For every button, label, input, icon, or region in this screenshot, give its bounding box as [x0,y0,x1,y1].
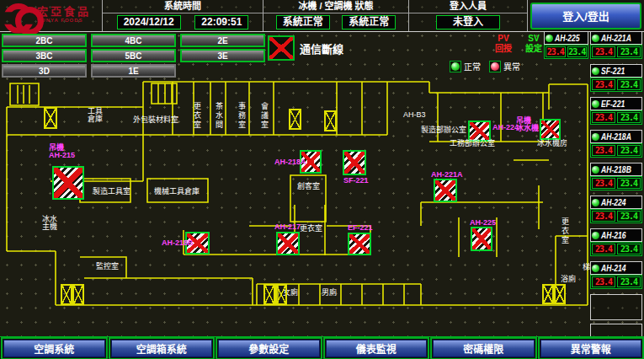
unit-AH-218A[interactable]: AH-218A23.423.4 [590,130,642,158]
led-legend: 正常 異常 [450,60,520,72]
nav-segment: 密碼權限 [430,337,537,359]
system-time-value: 22:09:51 [194,15,248,29]
unit-name: SF-221 [601,67,625,76]
floor-buttons: 2BC4BC2E3BC5BC3E3D1E [2,34,265,78]
unit-name: EF-221 [601,99,625,109]
nav-button-空調箱系統[interactable]: 空調箱系統 [111,340,213,357]
status-led [592,100,599,108]
ahu-comm-loss-SF-221[interactable] [343,150,366,175]
unit-name: AH-224 [601,198,626,207]
unit-sv-value: 23.4 [617,178,641,189]
ahu-comm-loss-AH-225[interactable] [471,227,492,251]
stair-cell [72,284,84,305]
nav-button-參數設定[interactable]: 參數設定 [218,340,320,357]
status-led [592,232,599,239]
unit-AH-221A[interactable]: AH-221A23.423.4 [590,31,642,59]
floor-button-3D[interactable]: 3D [2,64,87,78]
room-label: AH-B3 [403,111,426,119]
status-led [592,166,599,174]
nav-button-密碼權限[interactable]: 密碼權限 [433,340,535,357]
ahu-comm-loss-吊機-AH-215[interactable] [52,166,84,200]
unit-sv-value: 23.4 [617,276,641,287]
unit-name-row: AH-216 [590,228,642,242]
unit-name: AH-218B [601,165,631,174]
unit-pv-value: 23.4 [592,211,615,222]
floor-button-3E[interactable]: 3E [180,49,265,62]
stair-cell [289,109,301,130]
room-label: 更衣室 [561,217,568,245]
ahu-label: 吊機 冰水機 [516,117,539,132]
status-led [592,35,599,42]
status-led [592,265,599,272]
stair-icon [289,109,301,130]
unit-values: 23.423.4 [590,242,642,256]
unit-featured[interactable]: AH-225 23.4 23.4 [544,31,588,59]
ahu-comm-loss-EF-221[interactable] [348,233,371,255]
nav-segment: 儀表監視 [323,337,430,359]
stair-cell [542,284,554,304]
status-led [546,35,553,42]
room-label: 浴廁 [561,276,576,283]
floor-button-4BC[interactable]: 4BC [91,34,176,47]
floor-button-5BC[interactable]: 5BC [91,49,176,62]
unit-sv-value: 23.4 [617,145,641,156]
ahu-label: AH-221A [431,171,463,179]
unit-AH-218B[interactable]: AH-218B23.423.4 [590,163,642,190]
nav-button-空調系統[interactable]: 空調系統 [3,340,105,357]
status-led [592,67,599,75]
stair-cell [61,284,72,305]
unit-SF-221[interactable]: SF-22123.423.4 [590,64,642,92]
floor-button-2E[interactable]: 2E [180,34,265,47]
unit-name: AH-225 [555,34,580,43]
ahu-label: 吊機 AH-215 [49,144,75,159]
room-label: 工具 倉庫 [88,108,103,123]
ahu-comm-loss-吊機-冰水機[interactable] [540,119,561,140]
room-label: 冰水機房 [537,140,567,147]
abnormal-led-icon [489,61,501,72]
unit-name-row: AH-218A [590,130,642,143]
room-label: 更衣室 [300,225,322,233]
stair-cell [263,284,275,305]
unit-sv-value: 23.4 [617,79,641,90]
ahu-comm-loss-AH-221A[interactable] [434,179,457,202]
unit-pv-value: 23.4 [592,145,615,156]
pv-label: PV [488,34,519,44]
unit-EF-221[interactable]: EF-22123.423.4 [590,97,642,125]
unit-name-row: SF-221 [590,64,642,78]
unit-name-row: AH-218B [590,163,642,176]
ahu-comm-loss-AH-217[interactable] [276,232,300,255]
comm-loss-legend: 通信斷線 [268,35,343,61]
feedback-label: 回授 [488,44,519,54]
stair-cell [324,110,337,131]
room-label: 工務部辦公室 [450,140,495,147]
login-logout-button[interactable]: 登入/登出 [530,3,641,29]
unit-name-row: AH-224 [590,196,642,209]
ahu-label: AH-218A [274,158,306,166]
unit-AH-216[interactable]: AH-21623.423.4 [590,228,642,256]
room-label: 監控室 [96,263,119,271]
unit-pv-value: 23.4 [592,112,615,123]
login-user-panel: 登入人員 未登入 [409,0,528,31]
nav-button-儀表監視[interactable]: 儀表監視 [326,340,428,357]
floor-button-1E[interactable]: 1E [91,64,176,78]
logo-icon [3,3,34,29]
stair-cell [275,284,287,305]
unit-values: 23.423.4 [590,209,642,223]
unit-name-row: EF-221 [590,97,642,110]
unit-pv-value: 23.4 [592,79,615,90]
floor-button-3BC[interactable]: 3BC [2,49,87,62]
nav-button-異常警報[interactable]: 異常警報 [540,340,642,357]
stair-cell [554,284,566,304]
unit-name: AH-218A [601,132,631,142]
nav-segment: 空調箱系統 [109,337,216,359]
unit-sv-value: 23.4 [617,46,641,57]
system-date-value: 2024/12/12 [117,15,181,29]
unit-values: 23.423.4 [590,78,642,92]
nav-segment: 參數設定 [216,337,322,359]
unit-AH-224[interactable]: AH-22423.423.4 [590,196,642,223]
unit-AH-214[interactable]: AH-21423.423.4 [590,261,642,289]
status-led [592,133,599,141]
normal-led-icon [450,61,461,72]
floor-button-2BC[interactable]: 2BC [2,34,87,47]
status-led [592,199,599,206]
